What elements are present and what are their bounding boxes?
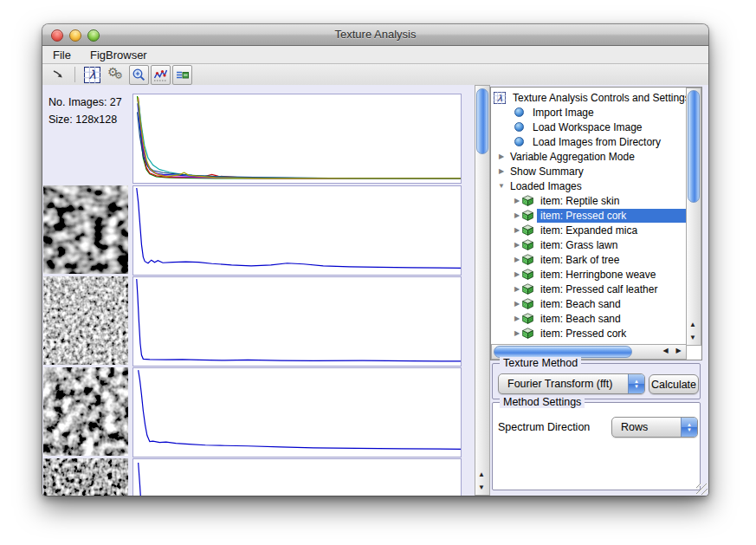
controls-tree-panel: Texture Analysis Controls and Settings I… [490, 87, 702, 360]
tree-action-label: Import Image [529, 106, 598, 120]
green-cube-icon [522, 269, 533, 280]
green-cube-icon [522, 210, 533, 221]
tree-item-pressed-calf-leather[interactable]: ▶ item: Pressed calf leather [491, 282, 701, 296]
method-settings-legend: Method Settings [500, 396, 585, 408]
lambda-figure-icon[interactable] [83, 66, 101, 84]
toolbar-separator [74, 67, 75, 82]
tree-rows: Texture Analysis Controls and Settings I… [491, 90, 701, 341]
zoom-in-icon[interactable] [129, 65, 149, 85]
tree-item-beach-sand-1[interactable]: ▶ item: Beach sand [491, 296, 701, 311]
gears-icon[interactable]: ⚙⚙ [107, 66, 125, 84]
titlebar[interactable]: Texture Analysis [42, 24, 708, 46]
tree-item-label: item: Reptile skin [537, 194, 623, 208]
collapsed-triangle-icon[interactable]: ▶ [512, 315, 522, 322]
tree-vscroll-thumb[interactable] [688, 90, 700, 203]
method-settings-group: Method Settings Spectrum Direction Rows … [492, 402, 701, 490]
collapsed-triangle-icon[interactable]: ▶ [512, 270, 522, 278]
green-cube-icon [522, 195, 533, 206]
blue-sphere-icon [514, 122, 524, 132]
texture-method-legend: Texture Method [500, 357, 581, 369]
collapsed-triangle-icon[interactable]: ▶ [512, 226, 522, 234]
tree-scroll-right-arrow[interactable]: ▶ [672, 345, 685, 357]
line-plot-icon[interactable] [151, 65, 171, 85]
tree-action-load-workspace-image[interactable]: Load Workspace Image [491, 120, 701, 134]
tree-item-label: item: Pressed cork [537, 209, 701, 223]
tree-item-label: item: Grass lawn [537, 238, 621, 252]
green-cube-icon [522, 239, 533, 250]
spectrum-direction-select[interactable]: Rows ▲▼ [611, 417, 698, 438]
spectrum-plot-partial [132, 458, 462, 496]
tree-action-label: Load Workspace Image [529, 120, 646, 134]
tree-action-load-images-from-directory[interactable]: Load Images from Directory [491, 134, 701, 149]
tree-item-label: item: Beach sand [537, 312, 624, 326]
collapsed-triangle-icon[interactable]: ▶ [496, 152, 507, 160]
collapsed-triangle-icon[interactable]: ▶ [512, 300, 522, 308]
tree-item-label: item: Beach sand [537, 297, 624, 311]
annotate-arrow-icon[interactable] [48, 66, 67, 84]
blue-sphere-icon [514, 107, 524, 117]
green-cube-icon [522, 313, 533, 324]
tree-action-label: Load Images from Directory [529, 135, 664, 149]
menu-file[interactable]: File [53, 49, 71, 62]
tree-item-pressed-cork[interactable]: ▶ item: Pressed cork [491, 208, 701, 223]
tree-branch-label: Loaded Images [507, 179, 585, 193]
texture-method-select[interactable]: Fourier Transform (fft) ▲▼ [498, 373, 645, 394]
green-cube-icon [522, 328, 533, 339]
select-stepper-icon: ▲▼ [681, 418, 697, 437]
tree-item-pressed-cork-2[interactable]: ▶ item: Pressed cork [491, 326, 701, 341]
toolbar: ⚙⚙ [42, 64, 708, 86]
calculate-button[interactable]: Calculate [649, 374, 699, 394]
green-cube-icon [522, 254, 533, 265]
menu-figbrowser[interactable]: FigBrowser [90, 49, 147, 62]
tree-item-grass-lawn[interactable]: ▶ item: Grass lawn [491, 237, 701, 252]
collapsed-triangle-icon[interactable]: ▶ [512, 285, 522, 293]
tree-item-herringbone-weave[interactable]: ▶ item: Herringbone weave [491, 267, 701, 282]
texture-method-group: Texture Method Fourier Transform (fft) ▲… [492, 363, 701, 399]
tree-item-bark-of-tree[interactable]: ▶ item: Bark of tree [491, 252, 701, 267]
collapsed-triangle-icon[interactable]: ▶ [512, 241, 522, 249]
collapsed-triangle-icon[interactable]: ▶ [496, 167, 507, 175]
tree-scroll-left-arrow[interactable]: ◀ [659, 345, 672, 357]
texture-thumbnail-expanded-mica [43, 367, 128, 456]
legend-icon[interactable] [172, 65, 192, 85]
collapsed-triangle-icon[interactable]: ▶ [512, 256, 522, 263]
tree-item-label: item: Pressed cork [537, 327, 630, 341]
texture-thumbnail-partial [43, 458, 128, 496]
collapsed-triangle-icon[interactable]: ▶ [512, 211, 522, 219]
tree-root[interactable]: Texture Analysis Controls and Settings [491, 90, 701, 105]
tree-vertical-scrollbar[interactable]: ▲ ▼ [686, 88, 701, 346]
spectrum-plot-expanded-mica [132, 367, 462, 457]
texture-thumbnail-reptile-skin [43, 185, 128, 274]
tree-scroll-up-arrow[interactable]: ▲ [687, 318, 699, 331]
tree-hscroll-thumb[interactable] [494, 346, 632, 358]
tree-branch-label: Show Summary [507, 165, 587, 178]
tree-branch-show-summary[interactable]: ▶ Show Summary [491, 164, 701, 178]
texture-method-value: Fourier Transform (fft) [499, 378, 628, 390]
spectrum-plot-reptile-skin [132, 185, 462, 276]
plot-scroll-down-arrow[interactable]: ▼ [475, 481, 488, 494]
tree-item-reptile-skin[interactable]: ▶ item: Reptile skin [491, 193, 701, 208]
green-cube-icon [522, 224, 533, 236]
green-cube-icon [522, 283, 533, 295]
collapsed-triangle-icon[interactable]: ▶ [512, 329, 522, 337]
texture-thumbnail-pressed-cork [43, 276, 128, 365]
tree-action-import-image[interactable]: Import Image [491, 105, 701, 120]
collapsed-triangle-icon[interactable]: ▶ [512, 197, 522, 204]
resize-grip[interactable] [696, 483, 708, 495]
plot-area-scrollbar[interactable]: ▲ ▼ [475, 85, 490, 496]
select-stepper-icon: ▲▼ [628, 374, 644, 393]
window-title: Texture Analysis [42, 28, 708, 41]
dataset-info: No. Images: 27 Size: 128x128 [48, 94, 122, 128]
tree-branch-variable-aggregation-mode[interactable]: ▶ Variable Aggregation Mode [491, 149, 701, 164]
expanded-triangle-icon[interactable]: ▼ [496, 182, 507, 190]
tree-item-expanded-mica[interactable]: ▶ item: Expanded mica [491, 223, 701, 237]
tree-branch-loaded-images[interactable]: ▼ Loaded Images [491, 178, 701, 193]
gears-glyphs: ⚙⚙ [107, 66, 125, 84]
tree-scroll-down-arrow[interactable]: ▼ [687, 331, 699, 344]
plot-scroll-up-arrow[interactable]: ▲ [475, 468, 488, 481]
lambda-root-icon [494, 92, 506, 104]
main-content: No. Images: 27 Size: 128x128 [42, 85, 708, 496]
plot-scrollbar-thumb[interactable] [476, 88, 488, 154]
tree-item-label: item: Pressed calf leather [537, 282, 661, 296]
tree-item-beach-sand-2[interactable]: ▶ item: Beach sand [491, 311, 701, 326]
